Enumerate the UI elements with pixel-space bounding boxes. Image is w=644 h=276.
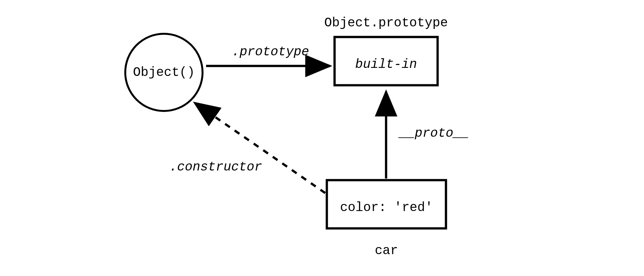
object-prototype-title: Object.prototype (324, 16, 448, 30)
constructor-edge: .constructor (169, 103, 325, 193)
prototype-chain-diagram: Object() Object.prototype built-in color… (0, 0, 644, 276)
object-prototype-content: built-in (355, 57, 417, 72)
car-title: car (375, 244, 398, 258)
prototype-edge: .prototype (206, 45, 330, 66)
constructor-edge-label: .constructor (169, 160, 262, 174)
svg-line-6 (195, 103, 325, 193)
object-fn-label: Object() (133, 65, 195, 80)
car-node: color: 'red' car (327, 180, 446, 258)
proto-edge-label: __proto__ (398, 126, 469, 141)
proto-edge: __proto__ (386, 92, 469, 179)
car-content: color: 'red' (340, 200, 433, 215)
prototype-edge-label: .prototype (232, 45, 309, 59)
object-prototype-node: Object.prototype built-in (324, 16, 448, 85)
object-fn-node: Object() (125, 34, 203, 111)
